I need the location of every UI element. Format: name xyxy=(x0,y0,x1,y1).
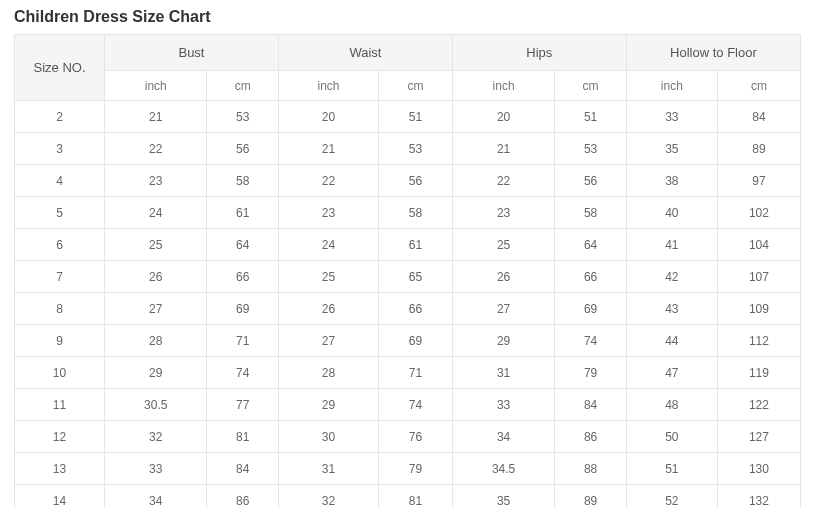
cell-waist_cm: 74 xyxy=(378,389,452,421)
cell-htf_cm: 122 xyxy=(717,389,800,421)
waist-cm-header: cm xyxy=(378,71,452,101)
cell-bust_in: 21 xyxy=(105,101,207,133)
cell-hips_cm: 84 xyxy=(555,389,627,421)
cell-bust_cm: 69 xyxy=(207,293,279,325)
hips-header: Hips xyxy=(452,35,626,71)
cell-hips_cm: 88 xyxy=(555,453,627,485)
cell-htf_in: 35 xyxy=(626,133,717,165)
hips-cm-header: cm xyxy=(555,71,627,101)
cell-waist_cm: 81 xyxy=(378,485,452,509)
waist-inch-header: inch xyxy=(278,71,378,101)
cell-hips_cm: 51 xyxy=(555,101,627,133)
cell-waist_in: 32 xyxy=(278,485,378,509)
cell-htf_in: 41 xyxy=(626,229,717,261)
cell-htf_in: 43 xyxy=(626,293,717,325)
cell-size: 9 xyxy=(15,325,105,357)
cell-waist_in: 26 xyxy=(278,293,378,325)
cell-htf_cm: 132 xyxy=(717,485,800,509)
cell-htf_in: 52 xyxy=(626,485,717,509)
cell-waist_in: 21 xyxy=(278,133,378,165)
cell-size: 8 xyxy=(15,293,105,325)
cell-waist_cm: 66 xyxy=(378,293,452,325)
cell-bust_in: 32 xyxy=(105,421,207,453)
cell-hips_in: 33 xyxy=(452,389,554,421)
cell-hips_in: 22 xyxy=(452,165,554,197)
table-row: 22153205120513384 xyxy=(15,101,801,133)
cell-hips_cm: 58 xyxy=(555,197,627,229)
size-no-header: Size NO. xyxy=(15,35,105,101)
cell-bust_in: 30.5 xyxy=(105,389,207,421)
cell-size: 3 xyxy=(15,133,105,165)
cell-waist_in: 31 xyxy=(278,453,378,485)
cell-waist_in: 28 xyxy=(278,357,378,389)
cell-bust_in: 28 xyxy=(105,325,207,357)
table-row: 42358225622563897 xyxy=(15,165,801,197)
cell-htf_cm: 130 xyxy=(717,453,800,485)
cell-bust_in: 25 xyxy=(105,229,207,261)
page-title: Children Dress Size Chart xyxy=(14,8,801,26)
cell-waist_cm: 69 xyxy=(378,325,452,357)
cell-waist_in: 29 xyxy=(278,389,378,421)
size-chart-table: Size NO. Bust Waist Hips Hollow to Floor… xyxy=(14,34,801,508)
cell-htf_cm: 119 xyxy=(717,357,800,389)
cell-waist_cm: 65 xyxy=(378,261,452,293)
cell-size: 14 xyxy=(15,485,105,509)
cell-hips_cm: 64 xyxy=(555,229,627,261)
cell-size: 13 xyxy=(15,453,105,485)
cell-bust_cm: 74 xyxy=(207,357,279,389)
cell-size: 5 xyxy=(15,197,105,229)
cell-hips_cm: 89 xyxy=(555,485,627,509)
cell-hips_cm: 86 xyxy=(555,421,627,453)
cell-bust_cm: 86 xyxy=(207,485,279,509)
table-row: 625642461256441104 xyxy=(15,229,801,261)
cell-hips_in: 35 xyxy=(452,485,554,509)
table-row: 726662565266642107 xyxy=(15,261,801,293)
bust-header: Bust xyxy=(105,35,279,71)
cell-htf_in: 42 xyxy=(626,261,717,293)
cell-htf_cm: 127 xyxy=(717,421,800,453)
htf-inch-header: inch xyxy=(626,71,717,101)
table-row: 827692666276943109 xyxy=(15,293,801,325)
cell-htf_in: 38 xyxy=(626,165,717,197)
cell-hips_in: 20 xyxy=(452,101,554,133)
table-row: 32256215321533589 xyxy=(15,133,801,165)
cell-htf_in: 47 xyxy=(626,357,717,389)
cell-bust_in: 22 xyxy=(105,133,207,165)
cell-bust_cm: 71 xyxy=(207,325,279,357)
cell-waist_cm: 61 xyxy=(378,229,452,261)
htf-cm-header: cm xyxy=(717,71,800,101)
cell-bust_cm: 64 xyxy=(207,229,279,261)
table-row: 1130.5772974338448122 xyxy=(15,389,801,421)
cell-htf_cm: 102 xyxy=(717,197,800,229)
cell-hips_cm: 53 xyxy=(555,133,627,165)
hips-inch-header: inch xyxy=(452,71,554,101)
cell-size: 7 xyxy=(15,261,105,293)
cell-bust_in: 24 xyxy=(105,197,207,229)
cell-waist_cm: 76 xyxy=(378,421,452,453)
bust-inch-header: inch xyxy=(105,71,207,101)
cell-hips_in: 23 xyxy=(452,197,554,229)
cell-waist_in: 22 xyxy=(278,165,378,197)
table-row: 1029742871317947119 xyxy=(15,357,801,389)
cell-bust_in: 29 xyxy=(105,357,207,389)
cell-hips_in: 27 xyxy=(452,293,554,325)
table-row: 1434863281358952132 xyxy=(15,485,801,509)
cell-bust_cm: 58 xyxy=(207,165,279,197)
cell-htf_in: 50 xyxy=(626,421,717,453)
cell-htf_cm: 89 xyxy=(717,133,800,165)
cell-size: 6 xyxy=(15,229,105,261)
cell-hips_in: 21 xyxy=(452,133,554,165)
cell-size: 2 xyxy=(15,101,105,133)
cell-bust_cm: 81 xyxy=(207,421,279,453)
waist-header: Waist xyxy=(278,35,452,71)
cell-bust_cm: 66 xyxy=(207,261,279,293)
cell-bust_cm: 56 xyxy=(207,133,279,165)
cell-waist_in: 27 xyxy=(278,325,378,357)
cell-htf_in: 40 xyxy=(626,197,717,229)
bust-cm-header: cm xyxy=(207,71,279,101)
cell-bust_cm: 77 xyxy=(207,389,279,421)
cell-waist_cm: 58 xyxy=(378,197,452,229)
cell-waist_in: 23 xyxy=(278,197,378,229)
cell-size: 12 xyxy=(15,421,105,453)
cell-waist_cm: 51 xyxy=(378,101,452,133)
